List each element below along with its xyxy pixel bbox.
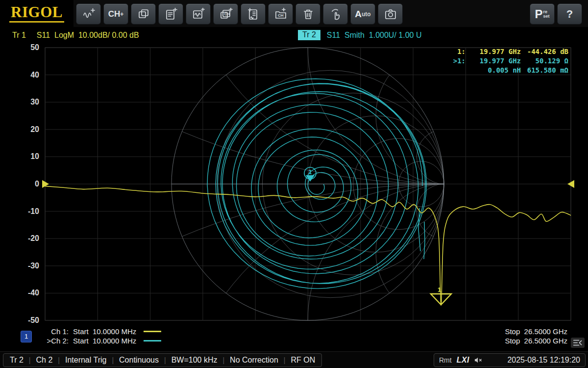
auto-scale-button[interactable]: Auto [350, 3, 375, 25]
window-layout-icon [137, 8, 150, 21]
trace2-label[interactable]: Tr 2 S11 Smith 1.000U/ 1.00 U [298, 30, 421, 40]
speaker-muted-icon[interactable] [474, 357, 483, 364]
touch-mode-icon [329, 8, 343, 21]
rigol-logo: RIGOL [0, 0, 74, 27]
window-layout-button[interactable] [131, 3, 156, 25]
top-toolbar: RIGOL CH+CHCHAuto P re set ? [0, 0, 588, 27]
remote-indicator: Rmt [439, 356, 452, 364]
channel-info-bar: 1 Ch 1: Start 10.0000 MHz >Ch 2: Start 1… [0, 325, 588, 350]
toolbar-button-group: CH+CHCHAuto [76, 3, 405, 25]
y-tick-label: 30 [18, 98, 39, 106]
preset-button[interactable]: P re set [530, 3, 555, 25]
trace1-label[interactable]: Tr 1 S11 LogM 10.00dB/ 0.00 dB [12, 31, 139, 40]
y-tick-label: -30 [18, 262, 39, 270]
clock: 2025-08-15 12:19:20 [507, 356, 580, 365]
collapse-menu-button[interactable] [571, 338, 585, 348]
preset-icon: P re set [535, 8, 549, 20]
help-button[interactable]: ? [557, 3, 582, 25]
rigol-logo-text: RIGOL [9, 4, 64, 23]
channel2-label: >Ch 2: [41, 337, 69, 345]
status-separator: | [164, 356, 166, 364]
marker-label: 1: [441, 47, 466, 56]
status-separator: | [29, 356, 31, 364]
channel1-label: Ch 1: [41, 327, 69, 336]
channel2-start: Start 10.0000 MHz [73, 337, 136, 345]
preset-big-p: P [535, 8, 542, 20]
delete-button[interactable] [295, 3, 320, 25]
channel1-row: Ch 1: Start 10.0000 MHz [41, 327, 161, 336]
channel1-stop: Stop 26.5000 GHz [505, 327, 567, 336]
measure-setup-button[interactable] [158, 3, 183, 25]
marker-readout-row: 1:19.977 GHz-44.426 dB [441, 47, 568, 56]
marker-label: >1: [441, 56, 466, 66]
channel1-start: Start 10.0000 MHz [73, 327, 136, 336]
y-tick-label: 50 [18, 43, 39, 52]
channel2-trace-swatch [144, 340, 161, 342]
setup-list-icon [246, 8, 260, 21]
y-tick-label: 0 [18, 180, 39, 188]
status-item-ch-2[interactable]: Ch 2 [36, 356, 53, 365]
trace2-active-badge[interactable]: Tr 2 [298, 30, 320, 40]
marker-a: 0.005 nH [466, 66, 521, 75]
preset-set: set [543, 14, 550, 19]
marker-b: 615.580 mΩ [521, 66, 568, 75]
marker-label [441, 66, 466, 75]
new-trace-window-button[interactable] [186, 3, 211, 25]
new-trace-window-icon [192, 8, 205, 21]
y-tick-label: -10 [18, 207, 39, 216]
smith-reactance-arc [172, 184, 577, 321]
y-tick-label: 10 [18, 152, 39, 161]
status-item-rf-on[interactable]: RF ON [291, 356, 315, 365]
toolbar-right-group: P re set ? [530, 3, 585, 25]
y-tick-label: -40 [18, 289, 39, 297]
channel1-trace-swatch [144, 331, 161, 332]
status-separator: | [58, 356, 60, 364]
trace-label-row: Tr 1 S11 LogM 10.00dB/ 0.00 dB Tr 2 S11 … [0, 28, 588, 43]
status-separator: | [222, 356, 224, 364]
new-channel-window-icon: CH [219, 8, 233, 21]
marker-b: 50.129 Ω [521, 56, 568, 66]
help-icon: ? [566, 8, 573, 21]
y-tick-label: 20 [18, 125, 39, 134]
y-tick-label: -20 [18, 234, 39, 243]
marker-b: -44.426 dB [521, 47, 568, 56]
trace1-format: S11 LogM 10.00dB/ 0.00 dB [37, 31, 139, 40]
setup-list-button[interactable] [241, 3, 266, 25]
add-trace-button[interactable] [76, 3, 101, 25]
trace2-format: S11 Smith 1.000U/ 1.00 U [327, 31, 422, 40]
delete-icon [302, 8, 315, 21]
add-channel-label: CH [108, 9, 121, 19]
y-tick-label: 40 [18, 71, 39, 79]
status-separator: | [284, 356, 286, 364]
add-trace-icon [81, 8, 96, 21]
plot-area[interactable]: 11 [38, 47, 577, 321]
marker-a: 19.977 GHz [466, 56, 521, 66]
status-item-continuous[interactable]: Continuous [119, 356, 159, 365]
status-item-no-correction[interactable]: No Correction [230, 356, 278, 365]
screenshot-button[interactable] [378, 3, 403, 25]
status-separator: | [112, 356, 114, 364]
trace1-name: Tr 1 [12, 31, 26, 40]
status-right-box: Rmt LXI 2025-08-15 12:19:20 [434, 353, 586, 367]
collapse-menu-icon [573, 339, 583, 346]
marker-readout-row: 0.005 nH615.580 mΩ [441, 66, 568, 75]
trace2-smith [207, 79, 426, 289]
measure-setup-icon [164, 8, 178, 21]
new-channel-window-button[interactable]: CH [213, 3, 238, 25]
svg-text:1: 1 [438, 286, 441, 293]
channel-folder-icon: CH [274, 8, 288, 21]
channel2-row: >Ch 2: Start 10.0000 MHz [41, 336, 161, 345]
channel-folder-button[interactable]: CH [268, 3, 293, 25]
status-item-internal-trig[interactable]: Internal Trig [65, 356, 106, 365]
add-channel-button[interactable]: CH+ [103, 3, 128, 25]
marker-a: 19.977 GHz [466, 47, 521, 56]
status-bar: Tr 2|Ch 2|Internal Trig|Continuous|BW=10… [0, 351, 588, 368]
screenshot-icon [384, 8, 397, 21]
channel-window-badge[interactable]: 1 [21, 331, 32, 342]
status-item-tr-2[interactable]: Tr 2 [10, 356, 24, 365]
svg-text:1: 1 [309, 169, 312, 176]
status-item-bw-100-khz[interactable]: BW=100 kHz [172, 356, 218, 365]
marker-readout-table: 1:19.977 GHz-44.426 dB>1:19.977 GHz50.12… [441, 47, 568, 75]
channel-stop-rows: Stop 26.5000 GHz Stop 26.5000 GHz [505, 327, 567, 345]
touch-mode-button[interactable] [323, 3, 348, 25]
